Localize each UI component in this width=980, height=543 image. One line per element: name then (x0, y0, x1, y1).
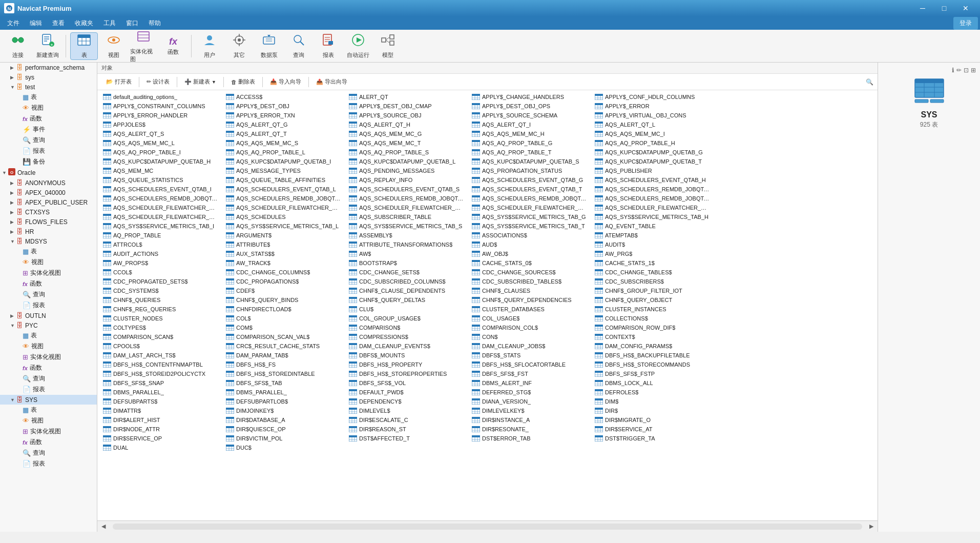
table-item[interactable]: ATTRIBUTE_TRANSFORMATIONS$ (345, 240, 468, 249)
table-item[interactable]: DBFS_HS$_PROPERTY (345, 360, 468, 369)
close-button[interactable]: ✕ (955, 0, 976, 16)
table-item[interactable]: AQS_KUPC$DATAPUMP_QUETAB_G (591, 148, 714, 157)
table-item[interactable]: AQS_ALERT_QT_I (468, 120, 591, 129)
table-item[interactable]: DBFS_SFS$_FST (468, 369, 591, 378)
table-item[interactable]: APPLY$_CHANGE_HANDLERS (468, 92, 591, 102)
table-item[interactable]: DIMATTR$ (99, 406, 222, 415)
table-item[interactable]: AQS_SCHEDULERS_REMDB_JOBQTAB_G (591, 185, 714, 194)
table-item[interactable]: COL$ (222, 314, 345, 323)
table-item[interactable]: CONTEXT$ (591, 332, 714, 341)
table-item[interactable]: AQS_SCHEDULERS_EVENT_QTAB_S (345, 185, 468, 194)
table-item[interactable]: COL_USAGE$ (468, 314, 591, 323)
toolbar-report[interactable]: 报表 (315, 32, 342, 60)
sidebar-item-pyc-queries[interactable]: 🔍 查询 (0, 373, 97, 384)
sidebar-item-flows-files[interactable]: ▶ 🗄 FLOWS_FILES (0, 217, 97, 227)
table-item[interactable]: AQS_AQ_PROP_TABLE_I (99, 148, 222, 157)
table-item[interactable]: DST$AFFECTED_T (345, 434, 468, 443)
table-item[interactable]: AQ_EVENT_TABLE (591, 222, 714, 231)
table-item[interactable]: AQS_ALERT_QT_S (99, 129, 222, 138)
menu-edit[interactable]: 编辑 (25, 18, 47, 29)
table-item[interactable]: AQS_SYS$SERVICE_METRICS_TAB_G (468, 212, 591, 222)
table-item[interactable]: AQS_SCHEDULER_FILEWATCHER_QT_I (345, 203, 468, 212)
maximize-button[interactable]: □ (934, 0, 954, 16)
edit-icon[interactable]: ✏ (956, 67, 962, 74)
table-item[interactable]: DST$TRIGGER_TA (591, 434, 714, 443)
table-item[interactable]: APPLY$_DEST_OBJ_OPS (468, 102, 591, 111)
table-item[interactable]: DBFS_HS$_STORECOMMANDS (591, 360, 714, 369)
table-item[interactable]: AQS_SCHEDULER_FILEWATCHER_QT_S (591, 203, 714, 212)
table-item[interactable]: AQS_SCHEDULER_FILEWATCHER_QT_H (222, 203, 345, 212)
table-item[interactable]: AQS_SYS$SERVICE_METRICS_TAB_L (222, 222, 345, 231)
table-item[interactable]: DEFSUBPARTLOB$ (222, 397, 345, 406)
sidebar-item-test-reports[interactable]: 📄 报表 (0, 146, 97, 156)
table-item[interactable]: APPLY$_ERROR (591, 102, 714, 111)
table-item[interactable]: CLU$ (345, 305, 468, 314)
table-item[interactable]: DIR$ESCALATE_C (345, 415, 468, 425)
table-item[interactable]: COL_GROUP_USAGE$ (345, 314, 468, 323)
table-item[interactable]: AQS_SYS$SERVICE_METRICS_TAB_H (591, 212, 714, 222)
table-item[interactable]: CDC_PROPAGATED_SETS$ (99, 277, 222, 286)
table-item[interactable]: DUC$ (222, 443, 345, 452)
table-item[interactable]: AQS_KUPC$DATAPUMP_QUETAB_T (591, 157, 714, 166)
table-item[interactable]: CPOOLS$ (99, 341, 222, 351)
table-item[interactable]: AQS_KUPC$DATAPUMP_QUETAB_I (222, 157, 345, 166)
table-item[interactable]: AQ_PROP_TABLE (99, 231, 222, 240)
login-button[interactable]: 登录 (953, 17, 978, 30)
table-item[interactable]: DBFS$_STATS (468, 351, 591, 360)
table-item[interactable]: DEFERRED_STG$ (468, 388, 591, 397)
sidebar-item-test-queries[interactable]: 🔍 查询 (0, 135, 97, 146)
table-item[interactable]: CDC_SUBSCRIBED_TABLES$ (468, 277, 591, 286)
table-item[interactable]: AQS_SCHEDULERS_EVENT_QTAB_G (468, 175, 591, 185)
sidebar-item-mdsys[interactable]: ▼ 🗄 MDSYS (0, 236, 97, 246)
table-item[interactable]: CHNF$_QUERY_DEPENDENCIES (468, 295, 591, 305)
table-item[interactable]: DAM_PARAM_TAB$ (222, 351, 345, 360)
table-item[interactable]: AQS_SCHEDULERS_EVENT_QTAB_T (468, 185, 591, 194)
menu-tools[interactable]: 工具 (98, 18, 121, 29)
table-item[interactable]: AW_OBJ$ (468, 249, 591, 258)
table-item[interactable]: CDC_PROPAGATIONS$ (222, 277, 345, 286)
sidebar-item-outln[interactable]: ▶ 🗄 OUTLN (0, 311, 97, 320)
sidebar-item-pyc-functions[interactable]: fx 函数 (0, 363, 97, 373)
table-item[interactable]: COLTYPES$ (99, 323, 222, 332)
toolbar-view[interactable]: 视图 (100, 32, 128, 60)
table-item[interactable]: AQS_AQS_MEM_MC_L (99, 138, 222, 148)
table-item[interactable]: DIR$NODE_ATTR (99, 425, 222, 434)
table-item[interactable]: COMPARISON_COL$ (468, 323, 591, 332)
table-item[interactable]: AQS_SCHEDULERS_REMDB_JOBQTAB_S (468, 194, 591, 203)
sidebar-item-mdsys-reports[interactable]: 📄 报表 (0, 300, 97, 311)
table-item[interactable]: CDC_SYSTEMS$ (99, 286, 222, 295)
table-item[interactable]: CLUSTER_DATABASES (468, 305, 591, 314)
horizontal-scrollbar[interactable] (113, 524, 862, 530)
search-icon[interactable]: 🔍 (866, 78, 873, 86)
table-item[interactable]: DIR$ALERT_HIST (99, 415, 222, 425)
table-item[interactable]: COMPARISON$ (345, 323, 468, 332)
info-icon[interactable]: ℹ (952, 67, 954, 74)
table-item[interactable]: DEFAULT_PWD$ (345, 388, 468, 397)
table-item[interactable]: DIR$VICTIM_POL (222, 434, 345, 443)
table-item[interactable]: AQS_AQS_MEM_MC_T (345, 138, 468, 148)
table-item[interactable]: DAM_CONFIG_PARAMS$ (591, 341, 714, 351)
table-item[interactable]: ASSOCIATIONS$ (468, 231, 591, 240)
table-item[interactable]: AQS_SCHEDULER_FILEWATCHER_QT_L (468, 203, 591, 212)
table-item[interactable]: AQS_AQ_PROP_TABLE_H (591, 138, 714, 148)
toolbar-query[interactable]: 查询 (285, 32, 312, 60)
table-item[interactable]: DBMS_PARALLEL_ (222, 388, 345, 397)
table-item[interactable]: DIR$REASON_ST (345, 425, 468, 434)
table-item[interactable]: CHNF$_CLAUSES (468, 286, 591, 295)
table-item[interactable]: AQS_KUPC$DATAPUMP_QUETAB_S (468, 157, 591, 166)
sidebar-item-mdsys-matviews[interactable]: ⊞ 实体化视图 (0, 268, 97, 278)
menu-file[interactable]: 文件 (2, 18, 25, 29)
table-item[interactable]: AQS_SCHEDULES (222, 212, 345, 222)
table-item[interactable]: AQS_SCHEDULERS_REMDB_JOBQTAB_T (591, 194, 714, 203)
table-item[interactable]: APPLY$_CONSTRAINT_COLUMNS (99, 102, 222, 111)
table-item[interactable]: AUDIT_ACTIONS (99, 249, 222, 258)
table-item[interactable]: BOOTSTRAP$ (345, 258, 468, 268)
table-item[interactable]: APPLY$_SOURCE_SCHEMA (468, 111, 591, 120)
table-item[interactable]: DAM_CLEANUP_EVENTS$ (345, 341, 468, 351)
table-item[interactable]: AW_TRACK$ (222, 258, 345, 268)
table-item[interactable]: AQS_SCHEDULER_FILEWATCHER_QT_T (99, 212, 222, 222)
fullscreen-icon[interactable]: ⊞ (971, 67, 976, 74)
menu-view[interactable]: 查看 (47, 18, 70, 29)
table-item[interactable]: CON$ (468, 332, 591, 341)
table-item[interactable]: COMPARISON_ROW_DIF$ (591, 323, 714, 332)
